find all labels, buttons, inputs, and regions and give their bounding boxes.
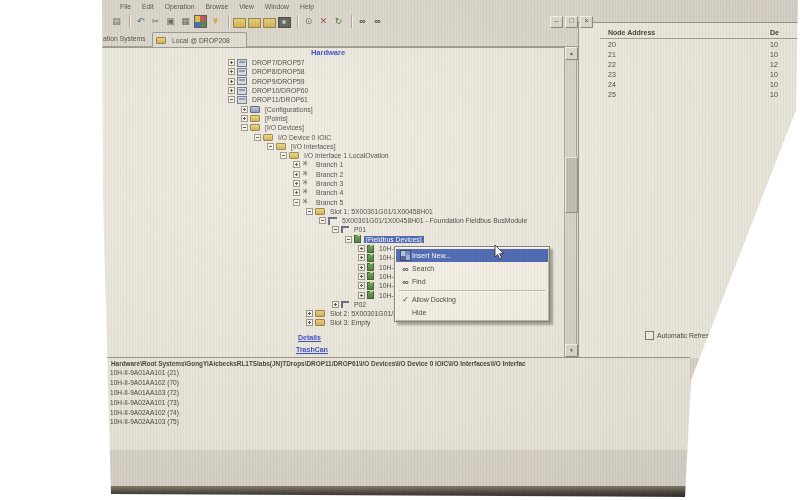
plus-expander-icon[interactable] bbox=[293, 189, 300, 196]
minus-expander-icon[interactable] bbox=[306, 208, 313, 215]
plus-expander-icon[interactable] bbox=[358, 282, 365, 289]
tree-item[interactable]: DROP11/DROP61 bbox=[93, 95, 561, 104]
scroll-up-icon[interactable]: ▲ bbox=[565, 47, 578, 60]
copy-icon[interactable]: ▣ bbox=[164, 15, 177, 28]
context-menu-item[interactable]: Find bbox=[396, 275, 548, 288]
table-row[interactable]: 2110 bbox=[600, 49, 800, 59]
tree-item[interactable]: 5X00301G01/1X00458H01 - Foundation Field… bbox=[93, 216, 561, 225]
trashcan-link[interactable]: TrashCan bbox=[296, 346, 328, 353]
plus-expander-icon[interactable] bbox=[293, 171, 300, 178]
tree-item[interactable]: Branch 2 bbox=[93, 170, 561, 179]
undo-icon[interactable]: ↶ bbox=[134, 15, 147, 28]
plus-expander-icon[interactable] bbox=[228, 68, 235, 75]
restore-icon[interactable]: □ bbox=[565, 16, 578, 28]
tab-local-drop208[interactable]: Local @ DROP208 bbox=[152, 32, 247, 47]
plus-expander-icon[interactable] bbox=[358, 264, 365, 271]
scroll-down-icon[interactable]: ▼ bbox=[565, 344, 578, 357]
table-row[interactable]: 2410 bbox=[600, 79, 800, 89]
tree-item[interactable]: Slot 1: 5X00301G01/1X00458H01 bbox=[93, 207, 561, 216]
filter-icon[interactable]: ▼ bbox=[209, 15, 222, 28]
device-header[interactable]: De bbox=[770, 29, 800, 36]
table-row[interactable]: 2510 bbox=[600, 89, 800, 99]
tree-item[interactable]: [I/O Devices] bbox=[93, 123, 561, 132]
tree-item[interactable]: [Configurations] bbox=[93, 104, 561, 113]
minus-expander-icon[interactable] bbox=[293, 199, 300, 206]
plus-expander-icon[interactable] bbox=[358, 273, 365, 280]
minus-expander-icon[interactable] bbox=[254, 134, 261, 141]
plus-expander-icon[interactable] bbox=[358, 254, 365, 261]
minus-expander-icon[interactable] bbox=[241, 124, 248, 131]
tree-item[interactable]: Branch 5 bbox=[93, 197, 561, 206]
node-address-header[interactable]: Node Address bbox=[600, 29, 770, 36]
list-item[interactable]: 10H-II-9A01AA102 (70) bbox=[97, 378, 690, 388]
minus-expander-icon[interactable] bbox=[345, 236, 352, 243]
binoculars-icon[interactable]: ∞ bbox=[356, 15, 369, 28]
menu-item[interactable]: Edit bbox=[142, 3, 154, 10]
list-item[interactable]: 10H-II-9A01AA101 (21) bbox=[97, 368, 690, 378]
folder-open-icon[interactable] bbox=[233, 18, 246, 28]
tree-item[interactable]: Branch 3 bbox=[93, 179, 561, 188]
plus-expander-icon[interactable] bbox=[293, 161, 300, 168]
tree-item[interactable]: Branch 4 bbox=[93, 188, 561, 197]
plus-expander-icon[interactable] bbox=[332, 301, 339, 308]
tree-scrollbar[interactable]: ▲ ▼ bbox=[564, 47, 577, 357]
menu-item[interactable]: Window bbox=[265, 3, 289, 10]
palette-icon[interactable] bbox=[194, 15, 207, 28]
tree-item[interactable]: Branch 1 bbox=[93, 160, 561, 169]
menu-item[interactable]: File bbox=[120, 3, 131, 10]
table-row[interactable]: 2010 bbox=[600, 39, 800, 49]
context-menu-item[interactable]: Search bbox=[396, 262, 548, 275]
cut-icon[interactable]: ✂ bbox=[149, 15, 162, 28]
minus-expander-icon[interactable] bbox=[267, 143, 274, 150]
plus-expander-icon[interactable] bbox=[228, 87, 235, 94]
menu-item[interactable]: Help bbox=[300, 3, 314, 10]
plus-expander-icon[interactable] bbox=[228, 78, 235, 85]
tree-item[interactable]: DROP9/DROP59 bbox=[93, 77, 561, 86]
plus-expander-icon[interactable] bbox=[241, 106, 248, 113]
folder-new-icon[interactable] bbox=[248, 18, 261, 28]
minus-expander-icon[interactable] bbox=[228, 96, 235, 103]
context-menu-item[interactable]: ✓Allow Docking bbox=[396, 293, 548, 306]
paste-icon[interactable]: ▦ bbox=[179, 15, 192, 28]
scrollbar-thumb[interactable] bbox=[565, 157, 578, 213]
menu-item[interactable]: View bbox=[239, 3, 254, 10]
list-item[interactable]: 10H-II-9A02AA101 (73) bbox=[97, 397, 690, 407]
plus-expander-icon[interactable] bbox=[293, 180, 300, 187]
delete-icon[interactable]: ✕ bbox=[317, 15, 330, 28]
refresh-icon[interactable]: ↻ bbox=[332, 15, 345, 28]
list-item[interactable]: 10H-II-9A01AA103 (72) bbox=[97, 388, 690, 398]
camera-icon[interactable] bbox=[278, 17, 291, 28]
tree-item[interactable]: DROP10/DROP60 bbox=[93, 86, 561, 95]
close-icon[interactable]: × bbox=[580, 16, 593, 28]
tree-item[interactable]: P01 bbox=[93, 225, 561, 234]
menu-item[interactable]: Operation bbox=[165, 3, 195, 10]
tree-item[interactable]: DROP7/DROP57 bbox=[93, 58, 561, 67]
list-item[interactable]: 10H-II-9A02AA103 (75) bbox=[97, 417, 690, 427]
plus-expander-icon[interactable] bbox=[358, 245, 365, 252]
plus-expander-icon[interactable] bbox=[306, 319, 313, 326]
print-icon[interactable]: ▤ bbox=[110, 15, 123, 28]
details-link[interactable]: Details bbox=[298, 334, 321, 341]
zoom-icon[interactable]: ⊙ bbox=[302, 15, 315, 28]
find-next-icon[interactable]: ∞ bbox=[371, 15, 384, 28]
minus-expander-icon[interactable] bbox=[332, 226, 339, 233]
minus-expander-icon[interactable] bbox=[319, 217, 326, 224]
tree-item[interactable]: [Points] bbox=[93, 114, 561, 123]
context-menu-item[interactable]: Insert New... bbox=[396, 249, 548, 262]
minimize-icon[interactable]: – bbox=[550, 16, 563, 28]
tree-item[interactable]: [Fieldbus Devices] bbox=[93, 235, 561, 244]
folder-up-icon[interactable] bbox=[263, 18, 276, 28]
minus-expander-icon[interactable] bbox=[280, 152, 287, 159]
tree-item[interactable]: [I/O Interfaces] bbox=[93, 142, 561, 151]
table-row[interactable]: 2310 bbox=[600, 69, 800, 79]
plus-expander-icon[interactable] bbox=[358, 292, 365, 299]
tree-item[interactable]: I/O Device 0 IOIC bbox=[93, 132, 561, 141]
plus-expander-icon[interactable] bbox=[228, 59, 235, 66]
tree-item[interactable]: DROP8/DROP58 bbox=[93, 67, 561, 76]
menu-item[interactable]: Browse bbox=[206, 3, 229, 10]
list-item[interactable]: 10H-II-9A02AA102 (74) bbox=[97, 407, 690, 417]
plus-expander-icon[interactable] bbox=[306, 310, 313, 317]
table-row[interactable]: 2212 bbox=[600, 59, 800, 69]
automatic-refresh-checkbox[interactable] bbox=[645, 331, 654, 340]
plus-expander-icon[interactable] bbox=[241, 115, 248, 122]
